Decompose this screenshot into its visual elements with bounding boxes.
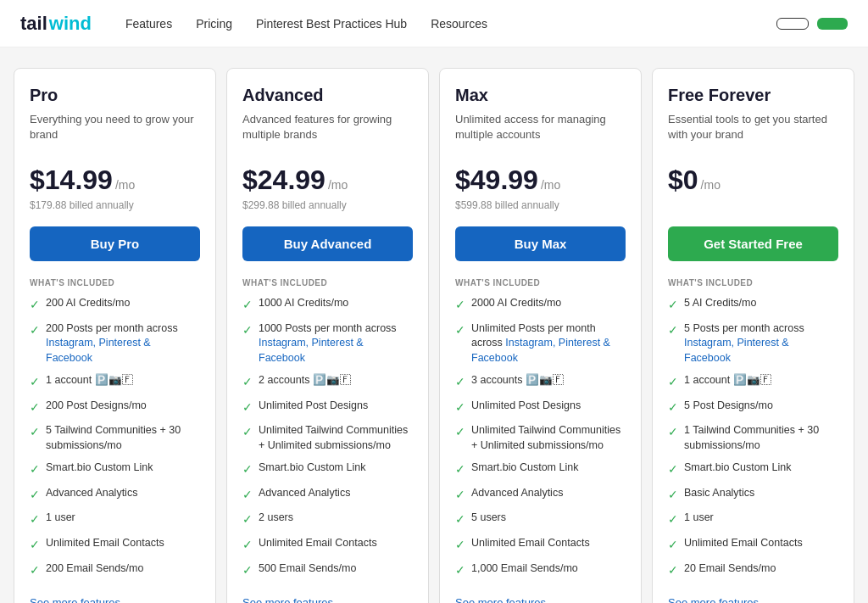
feature-item: ✓ Unlimited Tailwind Communities + Unlim… [455, 423, 626, 453]
feature-text: 3 accounts 🅿️📷🇫 [471, 373, 564, 388]
feature-item: ✓ 5 Posts per month across Instagram, Pi… [668, 321, 838, 366]
feature-item: ✓ 1000 AI Credits/mo [242, 296, 413, 314]
price-amount: $24.99 [242, 165, 326, 196]
nav-features[interactable]: Features [125, 17, 172, 31]
feature-text: 200 AI Credits/mo [46, 296, 130, 311]
feature-item: ✓ Unlimited Email Contacts [242, 536, 413, 554]
feature-item: ✓ 1 user [668, 511, 838, 528]
plan-card-advanced: Advanced Advanced features for growing m… [226, 68, 429, 603]
feature-text: Basic Analytics [684, 486, 754, 501]
feature-item: ✓ Unlimited Email Contacts [30, 536, 200, 554]
buy-button-advanced[interactable]: Buy Advanced [242, 226, 413, 261]
social-link[interactable]: Instagram, Pinterest & Facebook [259, 337, 364, 364]
feature-text: Unlimited Email Contacts [46, 536, 164, 551]
check-icon: ✓ [30, 487, 40, 504]
plan-desc: Unlimited access for managing multiple a… [455, 112, 626, 153]
social-link[interactable]: Instagram, Pinterest & Facebook [46, 337, 151, 364]
feature-text: Advanced Analytics [259, 486, 350, 501]
check-icon: ✓ [242, 562, 253, 579]
check-icon: ✓ [668, 487, 678, 504]
feature-item: ✓ Advanced Analytics [455, 486, 626, 504]
nav-pinterest[interactable]: Pinterest Best Practices Hub [256, 17, 407, 31]
see-more-link[interactable]: See more features [668, 596, 838, 603]
check-icon: ✓ [668, 322, 678, 339]
feature-text: 5 Posts per month across Instagram, Pint… [684, 321, 838, 366]
nav-links: Features Pricing Pinterest Best Practice… [125, 16, 776, 31]
feature-text: 5 users [471, 511, 506, 526]
price-period: /mo [328, 178, 348, 192]
price-amount: $0 [668, 165, 698, 196]
nav-resources[interactable]: Resources [431, 17, 487, 31]
buy-button-max[interactable]: Buy Max [455, 226, 626, 261]
logo-wind: wind [49, 13, 92, 35]
feature-text: Smart.bio Custom Link [684, 461, 791, 476]
feature-item: ✓ Smart.bio Custom Link [668, 461, 838, 478]
feature-text: 1000 AI Credits/mo [259, 296, 348, 311]
check-icon: ✓ [242, 399, 253, 416]
feature-item: ✓ 200 AI Credits/mo [30, 296, 200, 314]
plan-card-free: Free Forever Essential tools to get you … [652, 68, 854, 603]
social-link[interactable]: Instagram, Pinterest & Facebook [684, 337, 789, 364]
buy-button-free[interactable]: Get Started Free [668, 226, 838, 261]
check-icon: ✓ [455, 511, 465, 528]
price-row: $49.99 /mo [455, 165, 626, 196]
signup-button[interactable] [817, 18, 848, 30]
logo-tail: tail [20, 13, 47, 35]
check-icon: ✓ [455, 297, 465, 314]
feature-text: 1 account 🅿️📷🇫 [684, 373, 771, 388]
feature-text: 20 Email Sends/mo [684, 561, 776, 577]
check-icon: ✓ [30, 537, 40, 554]
feature-item: ✓ Smart.bio Custom Link [30, 461, 200, 478]
check-icon: ✓ [242, 374, 253, 391]
feature-text: 5 Post Designs/mo [684, 399, 773, 414]
feature-text: 500 Email Sends/mo [259, 561, 356, 577]
check-icon: ✓ [30, 297, 40, 314]
check-icon: ✓ [668, 461, 678, 478]
feature-item: ✓ 200 Email Sends/mo [30, 561, 200, 579]
check-icon: ✓ [242, 537, 253, 554]
see-more-link[interactable]: See more features [455, 596, 626, 603]
feature-item: ✓ Advanced Analytics [242, 486, 413, 504]
whats-included-label: WHAT'S INCLUDED [242, 278, 413, 288]
feature-text: 1 account 🅿️📷🇫 [46, 373, 133, 388]
feature-item: ✓ 2 accounts 🅿️📷🇫 [242, 373, 413, 391]
see-more-link[interactable]: See more features [30, 596, 200, 603]
plan-card-max: Max Unlimited access for managing multip… [439, 68, 642, 603]
nav-actions [776, 18, 848, 30]
plan-desc: Advanced features for growing multiple b… [242, 112, 413, 153]
nav-pricing[interactable]: Pricing [196, 17, 232, 31]
whats-included-label: WHAT'S INCLUDED [30, 278, 200, 288]
feature-text: 200 Email Sends/mo [46, 561, 143, 577]
check-icon: ✓ [30, 322, 40, 339]
feature-item: ✓ 200 Post Designs/mo [30, 399, 200, 416]
check-icon: ✓ [455, 461, 465, 478]
feature-item: ✓ 5 users [455, 511, 626, 528]
buy-button-pro[interactable]: Buy Pro [30, 226, 200, 261]
navbar: tailwind Features Pricing Pinterest Best… [0, 0, 868, 47]
price-annual: $179.88 billed annually [30, 199, 200, 213]
logo[interactable]: tailwind [20, 13, 92, 35]
login-button[interactable] [776, 18, 809, 30]
check-icon: ✓ [30, 511, 40, 528]
feature-item: ✓ 1,000 Email Sends/mo [455, 561, 626, 579]
feature-text: Smart.bio Custom Link [259, 461, 365, 476]
feature-text: Advanced Analytics [46, 486, 137, 501]
feature-item: ✓ 5 Post Designs/mo [668, 399, 838, 416]
check-icon: ✓ [668, 297, 678, 314]
feature-item: ✓ 20 Email Sends/mo [668, 561, 838, 579]
feature-item: ✓ 1 Tailwind Communities + 30 submission… [668, 423, 838, 453]
plan-desc: Everything you need to grow your brand [30, 112, 200, 153]
feature-text: 200 Posts per month across Instagram, Pi… [46, 321, 200, 366]
whats-included-label: WHAT'S INCLUDED [668, 278, 838, 288]
social-link[interactable]: Instagram, Pinterest & Facebook [471, 337, 610, 364]
price-period: /mo [115, 178, 135, 192]
feature-item: ✓ Unlimited Post Designs [455, 399, 626, 416]
check-icon: ✓ [455, 487, 465, 504]
feature-text: 5 AI Credits/mo [684, 296, 756, 311]
feature-item: ✓ 5 Tailwind Communities + 30 submission… [30, 423, 200, 453]
feature-text: Unlimited Email Contacts [684, 536, 803, 551]
check-icon: ✓ [30, 424, 40, 441]
see-more-link[interactable]: See more features [242, 596, 413, 603]
feature-list: ✓ 5 AI Credits/mo ✓ 5 Posts per month ac… [668, 296, 838, 586]
feature-text: Smart.bio Custom Link [46, 461, 153, 476]
